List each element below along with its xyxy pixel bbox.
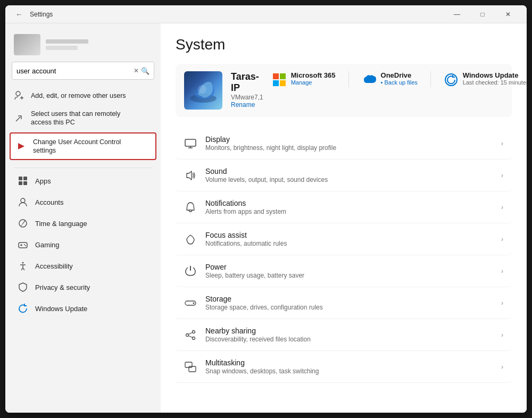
- maximize-button[interactable]: □: [470, 5, 495, 23]
- storage-title: Storage: [205, 295, 493, 303]
- sidebar-item-gaming[interactable]: Gaming: [9, 235, 157, 255]
- titlebar-controls: — □ ✕: [445, 5, 520, 23]
- minimize-button[interactable]: —: [445, 5, 469, 23]
- svg-rect-28: [185, 139, 196, 146]
- onedrive-service: OneDrive • Back up files: [362, 71, 418, 87]
- svg-point-0: [16, 91, 20, 96]
- sidebar-item-privacy-security[interactable]: Privacy & security: [9, 277, 157, 297]
- microsoft365-text: Microsoft 365 Manage: [291, 71, 336, 86]
- notifications-chevron: ›: [501, 204, 503, 211]
- settings-item-nearby-sharing[interactable]: Nearby sharing Discoverability, received…: [176, 319, 512, 351]
- time-language-icon: [17, 218, 29, 229]
- close-button[interactable]: ✕: [496, 5, 520, 23]
- settings-window: ← Settings — □ ✕ ✕ 🔍: [5, 5, 527, 413]
- sidebar-item-apps[interactable]: Apps: [9, 171, 157, 191]
- settings-item-notifications[interactable]: Notifications Alerts from apps and syste…: [176, 191, 512, 223]
- notifications-icon: [184, 201, 197, 214]
- svg-point-16: [22, 262, 24, 264]
- device-subtitle: VMware7,1: [231, 94, 263, 101]
- remote-users-icon: [14, 113, 24, 123]
- windows-update-service: Windows Update Last checked: 15 minutes …: [444, 71, 527, 87]
- power-icon: [184, 265, 197, 278]
- device-rename-link[interactable]: Rename: [231, 101, 263, 108]
- nearby-sharing-desc: Discoverability, received files location: [205, 336, 493, 343]
- service-divider-2: [430, 71, 431, 87]
- sidebar-item-accounts[interactable]: Accounts: [9, 192, 157, 212]
- notifications-text: Notifications Alerts from apps and syste…: [205, 199, 493, 215]
- svg-line-38: [188, 332, 193, 335]
- svg-line-20: [23, 268, 24, 270]
- sidebar-item-accessibility[interactable]: Accessibility: [9, 256, 157, 276]
- accessibility-icon: [17, 260, 29, 272]
- sidebar-item-windows-update[interactable]: Windows Update: [9, 298, 157, 319]
- search-clear-button[interactable]: ✕: [131, 67, 141, 74]
- search-result-add-users[interactable]: Add, edit, or remove other users: [5, 86, 161, 105]
- microsoft365-name: Microsoft 365: [291, 71, 336, 79]
- device-info: Taras-IP VMware7,1 Rename: [231, 71, 263, 108]
- sound-desc: Volume levels, output, input, sound devi…: [205, 176, 493, 183]
- privacy-security-icon: [17, 281, 29, 293]
- svg-rect-7: [19, 181, 22, 185]
- sound-text: Sound Volume levels, output, input, soun…: [205, 167, 493, 183]
- svg-point-14: [24, 244, 25, 245]
- storage-icon: [184, 297, 197, 310]
- device-thumbnail: [184, 71, 222, 110]
- svg-rect-5: [19, 177, 22, 180]
- svg-point-9: [21, 198, 25, 203]
- back-button[interactable]: ←: [12, 7, 27, 22]
- search-button[interactable]: 🔍: [141, 67, 149, 75]
- settings-item-display[interactable]: Display Monitors, brightness, night ligh…: [176, 128, 512, 160]
- settings-item-power[interactable]: Power Sleep, battery usage, battery save…: [176, 255, 512, 287]
- svg-rect-6: [23, 177, 27, 180]
- settings-item-multitasking[interactable]: Multitasking Snap windows, desktops, tas…: [176, 351, 512, 383]
- storage-chevron: ›: [501, 299, 503, 307]
- settings-item-storage[interactable]: Storage Storage space, drives, configura…: [176, 287, 512, 319]
- focus-assist-desc: Notifications, automatic rules: [205, 240, 493, 247]
- svg-rect-23: [273, 73, 279, 79]
- windows-update-icon: [17, 303, 29, 314]
- microsoft365-desc[interactable]: Manage: [291, 79, 336, 86]
- svg-point-15: [25, 245, 26, 246]
- microsoft365-service: Microsoft 365 Manage: [272, 71, 336, 87]
- windows-update-service-icon: [444, 72, 459, 87]
- remote-users-label: Select users that can remotelyaccess thi…: [31, 110, 120, 127]
- nearby-sharing-icon: [184, 329, 197, 341]
- search-result-remote-users[interactable]: Select users that can remotelyaccess thi…: [5, 105, 161, 131]
- settings-item-focus-assist[interactable]: Focus assist Notifications, automatic ru…: [176, 223, 512, 255]
- storage-desc: Storage space, drives, configuration rul…: [205, 304, 493, 311]
- svg-rect-26: [280, 80, 286, 86]
- user-profile-area: [5, 30, 161, 62]
- gaming-label: Gaming: [35, 241, 60, 249]
- accessibility-label: Accessibility: [35, 262, 73, 270]
- onedrive-text: OneDrive • Back up files: [381, 71, 418, 86]
- onedrive-name: OneDrive: [381, 71, 418, 79]
- display-title: Display: [205, 135, 493, 144]
- windows-update-label: Windows Update: [35, 305, 87, 313]
- privacy-security-label: Privacy & security: [35, 283, 90, 291]
- focus-assist-icon: [184, 233, 197, 246]
- svg-line-3: [16, 117, 20, 121]
- windows-update-service-name: Windows Update: [463, 71, 527, 79]
- main-content: System Taras-IP VMware7,1: [161, 23, 527, 413]
- power-desc: Sleep, battery usage, battery saver: [205, 272, 493, 279]
- sound-icon: [184, 169, 197, 182]
- svg-rect-11: [19, 243, 27, 248]
- search-input[interactable]: [16, 67, 131, 75]
- multitasking-chevron: ›: [501, 363, 503, 371]
- device-name: Taras-IP: [231, 71, 263, 94]
- onedrive-desc[interactable]: • Back up files: [381, 79, 418, 86]
- search-result-uac[interactable]: Change User Account Controlsettings: [10, 132, 156, 161]
- sidebar-item-time-language[interactable]: Time & language: [9, 213, 157, 233]
- multitasking-text: Multitasking Snap windows, desktops, tas…: [205, 358, 493, 375]
- apps-label: Apps: [35, 177, 51, 185]
- time-language-label: Time & language: [35, 220, 87, 228]
- titlebar-title: Settings: [30, 11, 445, 18]
- svg-point-37: [193, 337, 195, 339]
- svg-rect-25: [273, 80, 279, 86]
- display-text: Display Monitors, brightness, night ligh…: [205, 135, 493, 152]
- windows-update-service-text: Windows Update Last checked: 15 minutes …: [463, 71, 527, 86]
- uac-icon: [16, 141, 27, 152]
- storage-text: Storage Storage space, drives, configura…: [205, 295, 493, 311]
- settings-item-sound[interactable]: Sound Volume levels, output, input, soun…: [176, 160, 512, 191]
- sidebar-divider: [14, 168, 152, 168]
